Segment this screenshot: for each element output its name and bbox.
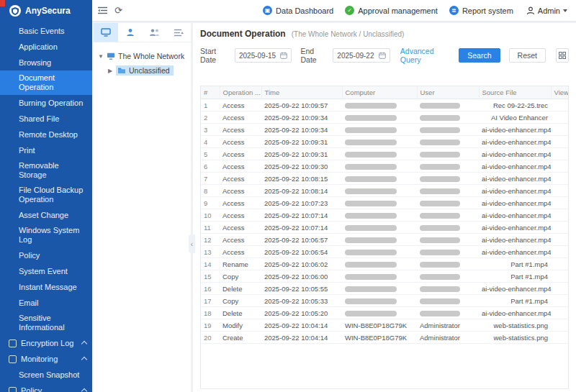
tab-user[interactable] bbox=[118, 23, 143, 42]
end-date-input[interactable]: 2025-09-22 bbox=[333, 48, 390, 63]
sidebar-item-application[interactable]: Application bbox=[0, 39, 92, 55]
sidebar-item-print[interactable]: Print bbox=[0, 142, 92, 158]
cell-view-details[interactable] bbox=[551, 270, 568, 283]
admin-menu[interactable]: Admin bbox=[526, 6, 567, 15]
cell-view-details[interactable] bbox=[551, 234, 568, 246]
cell-view-details[interactable] bbox=[551, 160, 568, 173]
table-row[interactable]: 2Access2025-09-22 10:09:34AI Video Enhan… bbox=[201, 111, 568, 124]
table-body: 1Access2025-09-22 10:09:57Rec 09-22-25.t… bbox=[201, 99, 568, 344]
cell-view-details[interactable] bbox=[551, 209, 568, 222]
cell-view-details[interactable] bbox=[551, 258, 568, 270]
table-row[interactable]: 15Copy2025-09-22 10:06:00Part #1.mp4 bbox=[201, 270, 568, 283]
column-header-operation[interactable]: Operation ... bbox=[220, 86, 261, 99]
table-row[interactable]: 9Access2025-09-22 10:07:23ai-video-enhan… bbox=[201, 197, 568, 209]
column-header-[interactable]: # bbox=[201, 86, 220, 99]
cell-view-details[interactable] bbox=[551, 197, 568, 209]
table-row[interactable]: 1Access2025-09-22 10:09:57Rec 09-22-25.t… bbox=[201, 99, 568, 111]
cell-computer bbox=[342, 295, 417, 307]
column-settings-button[interactable] bbox=[556, 48, 569, 63]
cell-view-details[interactable] bbox=[551, 99, 568, 111]
cell-view-details[interactable] bbox=[551, 295, 568, 307]
collapse-menu-icon[interactable] bbox=[98, 6, 107, 14]
table-row[interactable]: 6Access2025-09-22 10:09:30ai-video-enhan… bbox=[201, 160, 568, 173]
cell-view-details[interactable] bbox=[551, 246, 568, 258]
sidebar-item-removable-storage[interactable]: Removable Storage bbox=[0, 158, 92, 183]
sidebar-item-system-event[interactable]: System Event bbox=[0, 263, 92, 279]
table-row[interactable]: 8Access2025-09-22 10:08:14ai-video-enhan… bbox=[201, 185, 568, 197]
cell-view-details[interactable] bbox=[551, 111, 568, 124]
sidebar-item-label: Windows System Log bbox=[19, 223, 86, 247]
table-row[interactable]: 20Create2025-09-22 10:04:14WIN-B8E0P18G7… bbox=[201, 332, 568, 344]
search-button[interactable]: Search bbox=[459, 48, 500, 63]
topbar-link-approval-management[interactable]: ✓Approval management bbox=[345, 6, 438, 15]
tab-computers[interactable] bbox=[94, 23, 118, 42]
table-row[interactable]: 5Access2025-09-22 10:09:31ai-video-enhan… bbox=[201, 148, 568, 160]
sidebar-item-email[interactable]: Email bbox=[0, 295, 92, 311]
refresh-icon[interactable]: ⟳ bbox=[114, 5, 122, 16]
table-row[interactable]: 7Access2025-09-22 10:08:15ai-video-enhan… bbox=[201, 173, 568, 185]
cell-view-details[interactable] bbox=[551, 185, 568, 197]
sidebar-item-monitoring[interactable]: Monitoring bbox=[0, 351, 92, 367]
cell-computer bbox=[342, 99, 417, 111]
start-date-input[interactable]: 2025-09-15 bbox=[235, 48, 292, 63]
sidebar-item-instant-message[interactable]: Instant Message bbox=[0, 279, 92, 295]
table-row[interactable]: 14Rename2025-09-22 10:06:02Part #1.mp4 bbox=[201, 258, 568, 270]
sidebar-item-shared-file[interactable]: Shared File bbox=[0, 111, 92, 127]
caret-collapsed-icon[interactable]: ▶ bbox=[107, 68, 113, 74]
reset-button[interactable]: Reset bbox=[509, 48, 546, 63]
cell-view-details[interactable] bbox=[551, 124, 568, 136]
table-row[interactable]: 13Access2025-09-22 10:06:54ai-video-enha… bbox=[201, 246, 568, 258]
column-header-computer[interactable]: Computer bbox=[342, 86, 417, 99]
column-header-source-file[interactable]: Source File bbox=[479, 86, 551, 99]
cell-view-details[interactable] bbox=[551, 136, 568, 148]
sidebar-item-basic-events[interactable]: Basic Events bbox=[0, 23, 92, 39]
cell-computer bbox=[342, 283, 417, 295]
table-row[interactable]: 3Access2025-09-22 10:09:34ai-video-enhan… bbox=[201, 124, 568, 136]
sidebar-item-policy[interactable]: Policy bbox=[0, 383, 92, 392]
topbar-link-report-system[interactable]: ≣Report system bbox=[449, 6, 513, 15]
advanced-query-link[interactable]: Advanced Query bbox=[400, 47, 450, 64]
column-header-user[interactable]: User bbox=[417, 86, 479, 99]
column-header-view-details[interactable]: View details bbox=[551, 86, 568, 99]
sidebar-item-sensitive-informational[interactable]: Sensitive Informational bbox=[0, 311, 92, 335]
sidebar-item-asset-change[interactable]: Asset Change bbox=[0, 207, 92, 223]
cell-source-file: ai-video-enhancer.mp4 bbox=[479, 209, 551, 222]
sidebar-item-remote-desktop[interactable]: Remote Desktop bbox=[0, 127, 92, 142]
table-row[interactable]: 16Delete2025-09-22 10:05:55ai-video-enha… bbox=[201, 283, 568, 295]
tab-list[interactable] bbox=[166, 23, 191, 42]
cell-time: 2025-09-22 10:09:57 bbox=[261, 99, 342, 111]
calendar-icon bbox=[280, 52, 287, 59]
table-row[interactable]: 10Access2025-09-22 10:07:14ai-video-enha… bbox=[201, 209, 568, 222]
sidebar-item-policy[interactable]: Policy bbox=[0, 247, 92, 263]
tab-group[interactable] bbox=[143, 23, 167, 42]
tree-node-whole-network[interactable]: ▼ The Whole Network bbox=[98, 49, 186, 63]
column-header-time[interactable]: Time bbox=[261, 86, 342, 99]
cell-view-details[interactable] bbox=[551, 283, 568, 295]
sidebar-item-browsing[interactable]: Browsing bbox=[0, 55, 92, 70]
sidebar-item-encryption-log[interactable]: Encryption Log bbox=[0, 335, 92, 351]
cell-view-details[interactable] bbox=[551, 307, 568, 319]
cell-view-details[interactable] bbox=[551, 222, 568, 234]
table-row[interactable]: 17Copy2025-09-22 10:05:33Part #1.mp4 bbox=[201, 295, 568, 307]
cell-view-details[interactable] bbox=[551, 332, 568, 344]
table-row[interactable]: 11Access2025-09-22 10:07:14ai-video-enha… bbox=[201, 222, 568, 234]
sidebar-item-burning-operation[interactable]: Burning Operation bbox=[0, 95, 92, 111]
caret-expanded-icon[interactable]: ▼ bbox=[98, 53, 104, 60]
cell-view-details[interactable] bbox=[551, 173, 568, 185]
sidebar-item-label: Browsing bbox=[19, 55, 86, 70]
end-date-value: 2025-09-22 bbox=[337, 52, 374, 60]
collapse-tree-handle[interactable]: ‹ bbox=[189, 234, 195, 253]
sidebar-item-document-operation[interactable]: Document Operation bbox=[0, 70, 92, 95]
table-row[interactable]: 4Access2025-09-22 10:09:31ai-video-enhan… bbox=[201, 136, 568, 148]
sidebar-item-windows-system-log[interactable]: Windows System Log bbox=[0, 223, 92, 247]
table-row[interactable]: 19Modify2025-09-22 10:04:14WIN-B8E0P18G7… bbox=[201, 319, 568, 332]
topbar-link-data-dashboard[interactable]: ▣Data Dashboard bbox=[263, 6, 333, 15]
tree-node-unclassified[interactable]: ▶ Unclassified bbox=[107, 63, 186, 78]
table-row[interactable]: 12Access2025-09-22 10:06:57ai-video-enha… bbox=[201, 234, 568, 246]
cell-view-details[interactable] bbox=[551, 319, 568, 332]
cell-view-details[interactable] bbox=[551, 148, 568, 160]
table-row[interactable]: 18Delete2025-09-22 10:05:20ai-video-enha… bbox=[201, 307, 568, 319]
sidebar-item-screen-snapshot[interactable]: Screen Snapshot bbox=[0, 367, 92, 383]
cell-time: 2025-09-22 10:05:20 bbox=[261, 307, 342, 319]
sidebar-item-file-cloud-backup-operation[interactable]: File Cloud Backup Operation bbox=[0, 183, 92, 207]
